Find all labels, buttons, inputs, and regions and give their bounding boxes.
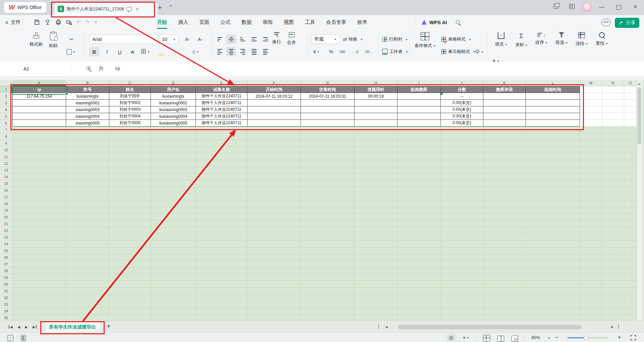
cell-M13[interactable] (580, 167, 602, 174)
cell-L27[interactable] (526, 261, 580, 267)
cell-J30[interactable] (441, 281, 483, 288)
cell-G31[interactable] (301, 288, 355, 294)
row-header-20[interactable]: 20 (0, 214, 12, 221)
cell-L28[interactable] (526, 267, 580, 274)
row-header-13[interactable]: 13 (0, 167, 12, 174)
cell-E13[interactable] (196, 167, 248, 174)
strikethrough-button[interactable]: A (127, 47, 138, 56)
fullscreen-icon[interactable] (631, 335, 636, 340)
cell-K22[interactable] (483, 227, 526, 234)
more-options-icon[interactable]: ••• (601, 19, 611, 26)
cell-E29[interactable] (196, 274, 248, 281)
cell-N23[interactable] (602, 234, 624, 241)
cell-A15[interactable] (12, 180, 66, 187)
cell-C19[interactable] (109, 207, 151, 214)
cell-M30[interactable] (580, 281, 602, 288)
cell-N22[interactable] (602, 227, 624, 234)
cell-M24[interactable] (580, 241, 602, 247)
cell-A35[interactable] (12, 314, 66, 321)
cell-C3[interactable]: 刘肖宁0002 (109, 100, 151, 106)
cell-C31[interactable] (109, 288, 151, 294)
cell-I29[interactable] (397, 274, 441, 281)
cell-I34[interactable] (397, 308, 441, 314)
cell-K35[interactable] (483, 314, 526, 321)
cell-F3[interactable] (248, 100, 301, 106)
cell-M14[interactable] (580, 174, 602, 180)
cell-G9[interactable] (301, 140, 355, 147)
cell-J24[interactable] (441, 241, 483, 247)
cell-H33[interactable] (355, 301, 397, 308)
cell-G12[interactable] (301, 160, 355, 167)
col-header-H[interactable]: H (355, 80, 397, 86)
cell-E19[interactable] (196, 207, 248, 214)
conditional-format-button[interactable]: 条件格式 (415, 32, 435, 49)
cell-E32[interactable] (196, 294, 248, 301)
decrease-indent-button[interactable] (249, 35, 259, 44)
cell-O29[interactable] (624, 274, 637, 281)
col-header-I[interactable]: I (397, 80, 441, 86)
vertical-scroll-thumb[interactable] (638, 87, 641, 144)
cell-G32[interactable] (301, 294, 355, 301)
cell-A4[interactable] (12, 106, 66, 113)
cut-button[interactable]: ✂ (66, 35, 76, 44)
cell-E14[interactable] (196, 174, 248, 180)
cell-O9[interactable] (624, 140, 637, 147)
cell-A1[interactable]: ip (12, 86, 66, 93)
cell-L23[interactable] (526, 234, 580, 241)
cell-D22[interactable] (151, 227, 196, 234)
cell-I7[interactable] (397, 127, 441, 133)
cell-O10[interactable] (624, 147, 637, 153)
cell-J26[interactable] (441, 254, 483, 261)
cell-M28[interactable] (580, 267, 602, 274)
cell-A34[interactable] (12, 308, 66, 314)
cell-A24[interactable] (12, 241, 66, 247)
cell-H1[interactable]: 答题用时 (355, 86, 397, 93)
cell-M21[interactable] (580, 221, 602, 227)
cell-O31[interactable] (624, 288, 637, 294)
cell-L2[interactable] (526, 93, 580, 100)
cell-L3[interactable] (526, 100, 580, 106)
cell-C10[interactable] (109, 147, 151, 153)
cell-E24[interactable] (196, 241, 248, 247)
cell-B18[interactable] (66, 200, 109, 207)
decrease-font-button[interactable]: A− (195, 35, 205, 44)
cell-E6[interactable]: 附件个人作业2240711 (196, 120, 248, 127)
cell-G22[interactable] (301, 227, 355, 234)
cell-G33[interactable] (301, 301, 355, 308)
cell-O22[interactable] (624, 227, 637, 234)
cell-D19[interactable] (151, 207, 196, 214)
row-header-21[interactable]: 21 (0, 221, 12, 227)
row-header-35[interactable]: 35 (0, 314, 12, 321)
cell-M31[interactable] (580, 288, 602, 294)
cell-M19[interactable] (580, 207, 602, 214)
cell-F25[interactable] (248, 247, 301, 254)
cell-I6[interactable] (397, 120, 441, 127)
cell-L15[interactable] (526, 180, 580, 187)
cell-L10[interactable] (526, 147, 580, 153)
cell-D14[interactable] (151, 174, 196, 180)
cell-G16[interactable] (301, 187, 355, 194)
cell-L16[interactable] (526, 187, 580, 194)
cell-F7[interactable] (248, 127, 301, 133)
cell-H18[interactable] (355, 200, 397, 207)
cell-K9[interactable] (483, 140, 526, 147)
cell-G2[interactable]: 2024-07-11 16:03:31 (301, 93, 355, 100)
row-header-4[interactable]: 4 (0, 106, 12, 113)
cell-O15[interactable] (624, 180, 637, 187)
cell-K7[interactable] (483, 127, 526, 133)
cell-J14[interactable] (441, 174, 483, 180)
cell-G8[interactable] (301, 133, 355, 140)
col-header-N[interactable]: N (602, 80, 624, 86)
cell-J21[interactable] (441, 221, 483, 227)
cell-M9[interactable] (580, 140, 602, 147)
cell-I2[interactable] (397, 93, 441, 100)
cell-I33[interactable] (397, 301, 441, 308)
cell-H30[interactable] (355, 281, 397, 288)
cell-J35[interactable] (441, 314, 483, 321)
cell-C11[interactable] (109, 153, 151, 160)
row-header-30[interactable]: 30 (0, 281, 12, 288)
copy-button[interactable] (66, 47, 76, 56)
eye-protection-icon[interactable]: ◎ (447, 334, 455, 341)
cell-B10[interactable] (66, 147, 109, 153)
cell-N1[interactable] (602, 86, 624, 93)
